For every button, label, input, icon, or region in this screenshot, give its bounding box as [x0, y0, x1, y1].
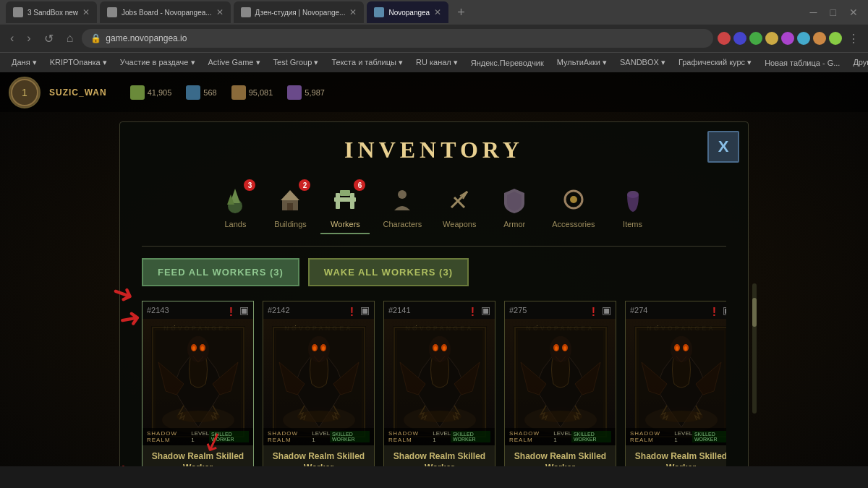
back-button[interactable]: ‹ — [6, 29, 18, 48]
card-menu-icon[interactable]: ▣ — [360, 304, 370, 316]
card-name: Shadow Realm Skilled Worker — [263, 445, 374, 466]
tab-close-icon[interactable]: ✕ — [349, 7, 357, 17]
tab-workers[interactable]: 6 Workers — [320, 178, 370, 234]
ext-icon-8[interactable] — [829, 32, 842, 45]
tab-jobs[interactable]: Jobs Board - Novopangea... ✕ — [100, 1, 231, 23]
svg-point-65 — [676, 346, 678, 351]
category-tabs: 3 Lands 2 Buildings — [142, 178, 726, 247]
card-menu-icon[interactable]: ▣ — [481, 304, 490, 316]
card-level: LEVEL 1 — [433, 430, 451, 443]
bookmark-uchastie[interactable]: Участие в раздаче ▾ — [114, 56, 201, 69]
tab-weapons[interactable]: Weapons — [435, 178, 484, 234]
alert-icon: ! — [712, 306, 716, 319]
worker-card-4[interactable]: #274 ▣ ! NØVOPANGEA — [625, 301, 726, 466]
card-header: #2142 ▣ — [263, 301, 374, 319]
ext-icon-5[interactable] — [781, 32, 794, 45]
tab-sandbox[interactable]: 3 SandBox new ✕ — [6, 1, 97, 23]
alert-icon: ! — [471, 306, 475, 319]
bookmark-multi[interactable]: МультиАкки ▾ — [551, 56, 613, 69]
svg-point-45 — [434, 346, 437, 351]
accessories-label: Accessories — [552, 220, 595, 228]
card-name: Shadow Realm Skilled Worker — [142, 445, 253, 466]
home-button[interactable]: ⌂ — [62, 29, 78, 48]
bookmark-tekst[interactable]: Текста и таблицы ▾ — [326, 56, 409, 69]
weapons-icon-wrap — [442, 182, 477, 217]
ext-icon-3[interactable] — [749, 32, 762, 45]
tab-label: Дзен-студия | Novopange... — [255, 9, 346, 17]
reload-button[interactable]: ↺ — [40, 29, 58, 48]
card-header: #2143 ▣ — [142, 301, 253, 319]
ext-icon-1[interactable] — [718, 32, 731, 45]
new-tab-button[interactable]: + — [451, 5, 471, 20]
tab-armor[interactable]: Armor — [490, 178, 539, 234]
tab-label: Jobs Board - Novopangea... — [122, 9, 212, 17]
ext-icon-6[interactable] — [797, 32, 810, 45]
characters-icon-wrap — [385, 182, 420, 217]
tab-items[interactable]: Items — [608, 178, 658, 234]
bookmark-active-game[interactable]: Active Game ▾ — [203, 56, 266, 69]
forward-button[interactable]: › — [22, 29, 35, 48]
close-window-button[interactable]: ✕ — [845, 5, 862, 20]
bookmark-new-table[interactable]: Новая таблица - G... — [759, 57, 846, 69]
tab-lands[interactable]: 3 Lands — [210, 178, 260, 234]
feed-all-workers-button[interactable]: FEED ALL WORKERS (3) — [142, 258, 299, 286]
scrollbar-track[interactable] — [752, 283, 757, 414]
accessories-icon — [558, 184, 589, 215]
lands-badge: 3 — [244, 179, 255, 191]
worker-card-2[interactable]: #2141 ▣ ! NØVOPANGEA — [383, 301, 495, 466]
card-realm: SHADOW REALM — [147, 430, 191, 443]
tab-close-icon[interactable]: ✕ — [434, 7, 441, 17]
hud-stats: 41,905 568 95,081 5,987 — [130, 85, 325, 100]
worker-cards-container: #2143 ▣ ! NØVOPANGEA — [142, 301, 726, 466]
tab-label: Novopangea — [388, 9, 430, 17]
tab-buildings[interactable]: 2 Buildings — [265, 178, 315, 234]
stat-value-1: 41,905 — [148, 88, 172, 97]
svg-point-26 — [201, 346, 204, 351]
bookmark-ru-kanal[interactable]: RU канал ▾ — [410, 56, 464, 69]
bookmark-other[interactable]: Другое ▾ — [847, 56, 868, 69]
bookmark-test-group[interactable]: Test Group ▾ — [268, 56, 325, 69]
tab-close-icon[interactable]: ✕ — [82, 7, 90, 17]
card-menu-icon[interactable]: ▣ — [602, 304, 611, 316]
bookmark-graphic[interactable]: Графический курс ▾ — [673, 56, 757, 69]
bookmark-yandex[interactable]: Яндекс.Переводчик — [465, 57, 550, 69]
card-menu-icon[interactable]: ▣ — [239, 304, 249, 316]
url-input[interactable]: 🔒 game.novopangea.io — [82, 29, 713, 48]
worker-card-1[interactable]: #2142 ▣ ! NØVOPANGEA — [263, 301, 375, 466]
card-level: LEVEL 1 — [674, 430, 692, 443]
tab-dzen[interactable]: Дзен-студия | Novopange... ✕ — [234, 1, 365, 23]
svg-point-35 — [313, 346, 316, 351]
stat-icon-1 — [130, 85, 145, 100]
maximize-button[interactable]: □ — [826, 5, 841, 20]
creature-illustration — [272, 326, 366, 438]
bookmark-danya[interactable]: Даня ▾ — [6, 56, 43, 69]
card-realm: SHADOW REALM — [388, 430, 433, 443]
tab-bar: 3 SandBox new ✕ Jobs Board - Novopangea.… — [0, 0, 868, 25]
close-button[interactable]: X — [707, 131, 739, 163]
wake-all-workers-button[interactable]: WAKE ALL WORKERS (3) — [308, 258, 469, 286]
stat-icon-3 — [231, 85, 246, 100]
inventory-title: INVENTORY — [142, 137, 726, 163]
tab-characters[interactable]: Characters — [375, 178, 429, 234]
ext-icon-7[interactable] — [813, 32, 826, 45]
tab-novopangea[interactable]: Novopangea ✕ — [367, 1, 448, 23]
card-menu-icon[interactable]: ▣ — [723, 304, 726, 316]
svg-point-46 — [443, 346, 446, 351]
svg-point-12 — [398, 190, 407, 199]
buildings-icon-wrap: 2 — [273, 182, 307, 217]
hud-stat-4: 5,987 — [287, 85, 325, 100]
bookmark-kripto[interactable]: KRIPTOпанка ▾ — [44, 56, 113, 69]
creature-illustration — [634, 326, 727, 438]
card-type-badge: SKILLED WORKER — [451, 431, 490, 442]
tab-accessories[interactable]: Accessories — [545, 178, 602, 234]
worker-card-0[interactable]: #2143 ▣ ! NØVOPANGEA — [142, 301, 254, 466]
scrollbar-thumb[interactable] — [752, 298, 757, 327]
ext-icon-2[interactable] — [733, 32, 746, 45]
tab-close-icon[interactable]: ✕ — [216, 7, 224, 17]
minimize-button[interactable]: ─ — [806, 5, 822, 20]
ext-icon-4[interactable] — [765, 32, 778, 45]
card-type-badge: SKILLED WORKER — [209, 431, 249, 442]
bookmark-sandbox[interactable]: SANDBOX ▾ — [614, 56, 671, 69]
settings-icon[interactable]: ⋮ — [845, 30, 862, 47]
worker-card-3[interactable]: #275 ▣ ! NØVOPANGEA — [504, 301, 616, 466]
